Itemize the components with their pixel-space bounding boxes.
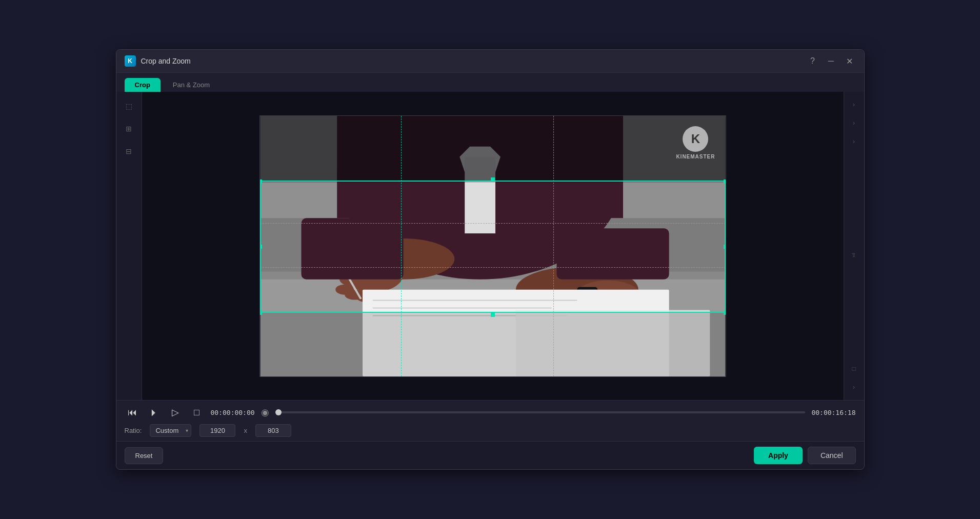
time-current: 00:00:00:00 [211,409,255,416]
left-sidebar: ⬚ ⊞ ⊟ [116,92,142,400]
crop-handle-bottom-center[interactable] [491,313,495,317]
ratio-row: Ratio: Custom ▾ x [125,424,856,437]
right-icon-1[interactable]: › [846,97,862,112]
crop-handle-top-right[interactable] [724,179,726,184]
minimize-button[interactable]: ─ [825,55,837,67]
crop-handle-middle-right[interactable] [724,245,726,249]
timeline-playhead[interactable] [275,409,282,415]
crop-handle-top-left[interactable] [259,179,262,184]
tab-crop[interactable]: Crop [125,78,161,92]
kinemaster-text: KINEMASTER [676,154,715,159]
play-button[interactable]: ⏵ [146,405,162,420]
sidebar-icon-2[interactable]: ⊞ [119,119,138,138]
svg-rect-33 [260,116,725,182]
playback-row: ⏮ ⏵ ▷ □ 00:00:00:00 ◉ 00:00:16:18 [125,405,856,420]
main-content: ⬚ ⊞ ⊟ [116,92,864,400]
svg-rect-27 [372,300,576,301]
title-bar-actions: ? ─ ✕ [807,55,856,67]
ratio-select[interactable]: Custom [150,424,191,437]
dimension-separator: x [244,427,247,434]
crop-handle-top-center[interactable] [491,177,495,182]
svg-rect-30 [515,310,710,376]
ratio-label: Ratio: [125,427,142,434]
right-icon-4[interactable]: □ [846,361,862,376]
bottom-controls: ⏮ ⏵ ▷ □ 00:00:00:00 ◉ 00:00:16:18 Ratio:… [116,400,864,441]
tabs-bar: Crop Pan & Zoom [116,73,864,92]
kinemaster-logo: K KINEMASTER [676,126,715,159]
app-icon: K [125,55,136,67]
step-back-button[interactable]: ⏮ [125,405,140,420]
tab-pan-zoom[interactable]: Pan & Zoom [163,78,220,92]
right-icon-5[interactable]: › [846,380,862,395]
width-input[interactable] [199,424,235,437]
svg-rect-31 [301,218,403,280]
crop-handle-middle-left[interactable] [259,245,262,249]
right-icon-3[interactable]: › [846,134,862,149]
px-label: px [851,253,856,257]
video-scene [260,116,726,376]
footer-right: Apply Cancel [754,447,855,464]
video-container: K KINEMASTER [259,115,726,377]
sidebar-icon-3[interactable]: ⊟ [119,142,138,161]
title-bar-left: K Crop and Zoom [125,55,191,67]
sidebar-icon-1[interactable]: ⬚ [119,97,138,115]
crop-zoom-dialog: K Crop and Zoom ? ─ ✕ Crop Pan & Zoom ⬚ … [116,49,865,470]
right-icon-2[interactable]: › [846,115,862,131]
right-sidebar: › › › px □ › [844,92,864,400]
crop-handle-bottom-right[interactable] [724,311,726,315]
title-bar: K Crop and Zoom ? ─ ✕ [116,50,864,73]
crop-handle-bottom-left[interactable] [259,311,262,315]
apply-button[interactable]: Apply [754,447,803,464]
cancel-button[interactable]: Cancel [808,447,856,464]
reset-button[interactable]: Reset [125,447,164,464]
play-alt-button[interactable]: ▷ [168,405,183,420]
video-frame: K KINEMASTER [259,115,726,377]
height-input[interactable] [255,424,291,437]
close-button[interactable]: ✕ [844,55,856,67]
video-area: K KINEMASTER [142,92,844,400]
help-button[interactable]: ? [807,55,819,67]
svg-rect-28 [372,307,551,308]
kinemaster-k-icon: K [683,126,708,152]
time-total: 00:00:16:18 [811,409,855,416]
time-dot: ◉ [261,407,269,418]
ratio-select-wrap: Custom ▾ [150,424,191,437]
dialog-title: Crop and Zoom [141,57,191,65]
footer-row: Reset Apply Cancel [116,441,864,469]
timeline-track[interactable] [275,411,806,413]
frame-button[interactable]: □ [189,405,205,420]
svg-rect-32 [556,228,669,280]
